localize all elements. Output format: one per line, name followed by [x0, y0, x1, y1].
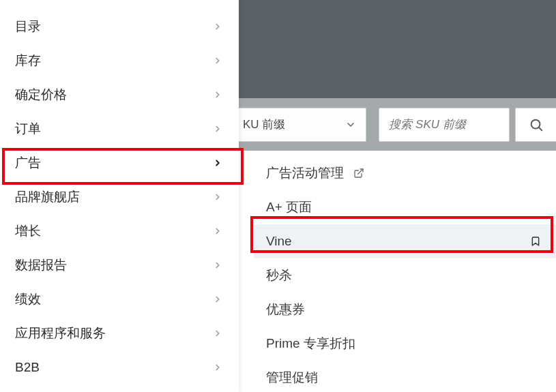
chevron-right-icon: [213, 260, 222, 270]
submenu-item-label: 秒杀: [266, 267, 292, 284]
submenu-item-prime-discount[interactable]: Prime 专享折扣: [254, 327, 556, 361]
sidebar-item-label: 广告: [15, 154, 41, 172]
submenu-item-label: Prime 专享折扣: [266, 335, 355, 352]
sidebar-item-label: 库存: [15, 52, 41, 70]
sidebar-item-stores[interactable]: 品牌旗舰店: [0, 180, 239, 214]
submenu-item-campaign-manager[interactable]: 广告活动管理: [254, 156, 556, 190]
chevron-right-icon: [213, 363, 222, 372]
submenu-item-deals[interactable]: 秒杀: [254, 258, 556, 292]
sidebar-item-b2b[interactable]: B2B: [0, 350, 239, 385]
submenu-advertising: 广告活动管理 A+ 页面 Vine 秒杀 优惠券 Prime 专享折扣 管理促销: [254, 151, 556, 392]
submenu-item-label: 优惠券: [266, 301, 305, 318]
search-input-wrapper[interactable]: [379, 108, 510, 142]
sidebar-item-advertising[interactable]: 广告: [0, 146, 239, 180]
sidebar-item-orders[interactable]: 订单: [0, 112, 239, 146]
sidebar-item-apps[interactable]: 应用程序和服务: [0, 316, 239, 350]
sidebar-item-label: 确定价格: [15, 86, 67, 104]
sidebar-item-label: 品牌旗舰店: [15, 188, 80, 206]
sidebar-item-growth[interactable]: 增长: [0, 214, 239, 248]
chevron-right-icon: [213, 90, 222, 100]
svg-line-1: [538, 127, 541, 130]
submenu-item-aplus[interactable]: A+ 页面: [254, 190, 556, 224]
sidebar-item-performance[interactable]: 绩效: [0, 282, 239, 316]
sidebar-item-label: 应用程序和服务: [15, 325, 106, 342]
search-type-dropdown[interactable]: KU 前缀: [239, 108, 366, 142]
chevron-right-icon: [213, 56, 222, 65]
bookmark-icon[interactable]: [530, 236, 541, 247]
sidebar-item-label: 增长: [15, 222, 41, 240]
sidebar-item-label: 绩效: [15, 290, 41, 308]
submenu-item-manage-promotions[interactable]: 管理促销: [254, 361, 556, 392]
chevron-right-icon: [213, 226, 222, 236]
submenu-item-label: 管理促销: [266, 369, 318, 387]
svg-line-2: [358, 169, 363, 174]
chevron-right-icon: [213, 329, 222, 338]
submenu-item-label: Vine: [266, 234, 292, 249]
chevron-right-icon: [213, 295, 222, 304]
sidebar-item-inventory[interactable]: 库存: [0, 44, 239, 78]
submenu-item-label: A+ 页面: [266, 198, 312, 216]
search-type-label: KU 前缀: [243, 117, 285, 132]
sidebar-nav: 目录 库存 确定价格 订单 广告 品牌旗舰店 增长 数据报告: [0, 0, 239, 392]
chevron-right-icon: [213, 124, 222, 134]
chevron-right-icon: [213, 158, 222, 168]
chevron-right-icon: [213, 22, 222, 31]
sidebar-item-label: 订单: [15, 120, 41, 138]
search-button[interactable]: [515, 108, 556, 142]
external-link-icon: [353, 168, 364, 179]
sidebar-item-label: 数据报告: [15, 256, 67, 274]
search-icon: [529, 117, 544, 132]
chevron-right-icon: [213, 192, 222, 202]
sidebar-item-reports[interactable]: 数据报告: [0, 248, 239, 282]
search-bar: KU 前缀: [239, 98, 556, 151]
sidebar-item-label: B2B: [15, 360, 40, 375]
sidebar-item-pricing[interactable]: 确定价格: [0, 78, 239, 112]
search-input[interactable]: [389, 118, 499, 132]
submenu-item-label: 广告活动管理: [266, 164, 344, 182]
submenu-item-coupons[interactable]: 优惠券: [254, 292, 556, 327]
chevron-down-icon: [345, 119, 356, 130]
sidebar-item-label: 目录: [15, 18, 41, 35]
submenu-item-vine[interactable]: Vine: [254, 224, 556, 258]
sidebar-item-catalog[interactable]: 目录: [0, 10, 239, 44]
